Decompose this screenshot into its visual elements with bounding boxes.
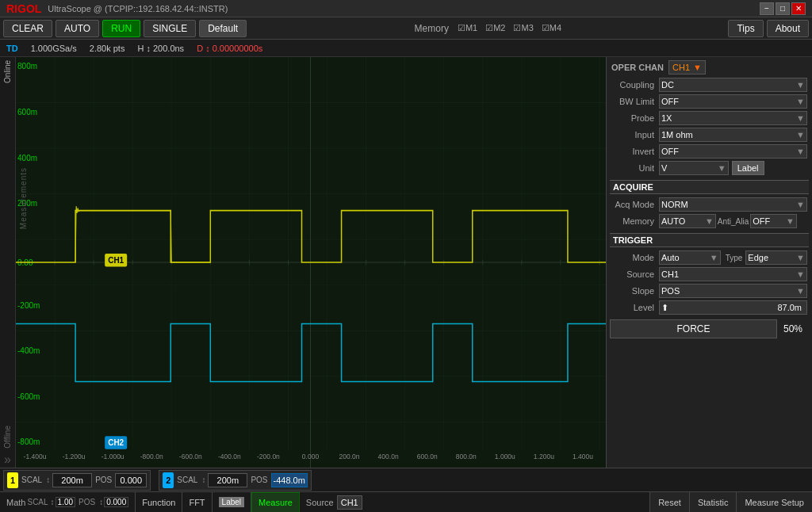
scope-display[interactable]: 800m 600m 400m 200m 0.00 -200m -400m -60… — [16, 57, 606, 468]
measure-item[interactable]: Measure — [251, 492, 300, 513]
triglevel-row: Level ⬆87.0m — [610, 300, 809, 315]
right-panel: OPER CHAN CH1 ▼ Coupling DC▼ BW Limit OF… — [606, 57, 812, 468]
statistic-button[interactable]: Statistic — [689, 492, 737, 513]
fft-item[interactable]: FFT — [182, 492, 212, 513]
svg-text:400.0n: 400.0n — [378, 453, 399, 460]
trigslope-dropdown[interactable]: POS▼ — [659, 284, 807, 298]
trigsource-label: Source — [611, 269, 659, 279]
coupling-dropdown[interactable]: DC▼ — [659, 78, 807, 92]
bwlimit-label: BW Limit — [611, 97, 659, 106]
invert-row: Invert OFF▼ — [610, 144, 809, 159]
svg-text:0.000: 0.000 — [302, 453, 319, 460]
memory-dropdown[interactable]: AUTO▼ — [659, 214, 716, 228]
trigslope-label: Slope — [611, 286, 659, 296]
acquire-section: ACQUIRE Acq Mode NORM▼ Memory AUTO▼ Anti… — [610, 180, 809, 228]
source-label: Source — [306, 498, 334, 507]
ch2-scal-val[interactable]: 200m — [208, 473, 247, 487]
sample-rate: 1.000GSa/s — [31, 44, 77, 53]
svg-text:-600.0n: -600.0n — [179, 453, 202, 460]
trigtype-dropdown[interactable]: Edge▼ — [745, 250, 807, 265]
memory-row: Memory AUTO▼ Anti_Alia OFF▼ — [610, 214, 809, 228]
main-area: Online Offline » — [0, 57, 812, 468]
m1-label[interactable]: ☑M1 — [455, 23, 480, 33]
memory-label[interactable]: Memory — [412, 23, 452, 34]
minimize-button[interactable]: − — [760, 2, 774, 15]
trigmode-row: Mode Auto▼ Type Edge▼ — [610, 250, 809, 265]
maximize-button[interactable]: □ — [776, 2, 790, 15]
trigger-title: TRIGGER — [610, 233, 809, 247]
ch2-pos-val[interactable]: -448.0m — [271, 473, 308, 487]
ch2-group: 2 SCAL ↕ 200m POS -448.0m — [159, 470, 312, 491]
sidebar-expand[interactable]: » — [4, 452, 11, 468]
channel-bar: 1 SCAL ↕ 200m POS 0.000 2 SCAL ↕ 200m PO… — [0, 468, 812, 491]
clear-button[interactable]: CLEAR — [3, 20, 52, 37]
ch1-number: 1 — [7, 472, 18, 488]
source-dropdown[interactable]: CH1 — [337, 495, 362, 510]
m2-label[interactable]: ☑M2 — [483, 23, 508, 33]
trigmode-label: Mode — [611, 253, 659, 262]
probe-label: Probe — [611, 113, 659, 123]
run-button[interactable]: RUN — [102, 20, 140, 37]
svg-text:-1.400u: -1.400u — [24, 453, 47, 460]
trigger-status: TD — [6, 44, 18, 53]
antialias-dropdown[interactable]: OFF▼ — [750, 214, 797, 228]
unit-row: Unit V▼ Label — [610, 161, 809, 175]
m3-label[interactable]: ☑M3 — [511, 23, 535, 33]
label-button[interactable]: Label — [732, 161, 764, 175]
force-button[interactable]: FORCE — [610, 319, 777, 338]
trigsource-dropdown[interactable]: CH1▼ — [659, 267, 807, 281]
titlebar: RIGOL UltraScope @ (TCPIP::192.168.42.44… — [0, 0, 812, 17]
pct-label: 50% — [777, 323, 809, 334]
trigslope-row: Slope POS▼ — [610, 284, 809, 298]
math-item[interactable]: Math SCAL ↕ 1.00 POS ↕ 0.000 — [0, 492, 136, 513]
force-row: FORCE 50% — [610, 319, 809, 338]
logo: RIGOL — [6, 2, 41, 15]
bwlimit-row: BW Limit OFF▼ — [610, 94, 809, 109]
close-button[interactable]: ✕ — [791, 2, 806, 15]
acqmode-row: Acq Mode NORM▼ — [610, 197, 809, 212]
acquire-title: ACQUIRE — [610, 180, 809, 194]
m4-label[interactable]: ☑M4 — [539, 23, 564, 33]
d-delay: D ↕ 0.00000000s — [197, 44, 262, 53]
ch2-scal-label: SCAL — [175, 476, 199, 484]
triglevel-label: Level — [611, 303, 659, 312]
single-button[interactable]: SINGLE — [144, 20, 196, 37]
trigtype-label: Type — [721, 254, 746, 262]
svg-text:-400.0n: -400.0n — [218, 453, 241, 460]
unit-dropdown[interactable]: V▼ — [659, 161, 729, 175]
bwlimit-dropdown[interactable]: OFF▼ — [659, 94, 807, 109]
memory-param-label: Memory — [611, 216, 659, 226]
sidebar-online[interactable]: Online — [2, 57, 13, 86]
ch1-pos-val[interactable]: 0.000 — [115, 473, 147, 487]
ch1-group: 1 SCAL ↕ 200m POS 0.000 — [3, 470, 151, 491]
trigmode-dropdown[interactable]: Auto▼ — [659, 250, 721, 265]
invert-dropdown[interactable]: OFF▼ — [659, 144, 807, 159]
acqmode-dropdown[interactable]: NORM▼ — [659, 197, 807, 212]
about-button[interactable]: About — [767, 20, 809, 37]
label-func-item[interactable]: Label — [213, 492, 251, 513]
trigsource-row: Source CH1▼ — [610, 267, 809, 281]
function-bar: Math SCAL ↕ 1.00 POS ↕ 0.000 Function FF… — [0, 491, 812, 512]
statusbar: TD 1.000GSa/s 2.80k pts H ↕ 200.0ns D ↕ … — [0, 40, 812, 57]
svg-text:-400m: -400m — [17, 346, 40, 356]
measurements-sidebar: Measurements — [16, 127, 30, 269]
probe-row: Probe 1X▼ — [610, 111, 809, 125]
measure-setup-button[interactable]: Measure Setup — [736, 492, 812, 513]
svg-text:200.0n: 200.0n — [339, 453, 360, 460]
auto-button[interactable]: AUTO — [56, 20, 99, 37]
default-button[interactable]: Default — [199, 20, 247, 37]
operchan-section: OPER CHAN CH1 ▼ Coupling DC▼ BW Limit OF… — [610, 60, 809, 175]
svg-text:600m: 600m — [17, 107, 37, 117]
svg-text:-800.0n: -800.0n — [140, 453, 163, 460]
tips-button[interactable]: Tips — [728, 20, 763, 37]
input-dropdown[interactable]: 1M ohm▼ — [659, 128, 807, 142]
h-timebase: H ↕ 200.0ns — [137, 44, 184, 53]
trigger-section: TRIGGER Mode Auto▼ Type Edge▼ Source CH1… — [610, 233, 809, 315]
operchan-dropdown[interactable]: CH1 ▼ — [668, 60, 706, 75]
triglevel-value[interactable]: ⬆87.0m — [659, 300, 807, 315]
sidebar-offline[interactable]: Offline — [2, 422, 13, 452]
ch1-scal-val[interactable]: 200m — [52, 473, 92, 487]
reset-button[interactable]: Reset — [649, 492, 689, 513]
probe-dropdown[interactable]: 1X▼ — [659, 111, 807, 125]
function-item[interactable]: Function — [136, 492, 182, 513]
